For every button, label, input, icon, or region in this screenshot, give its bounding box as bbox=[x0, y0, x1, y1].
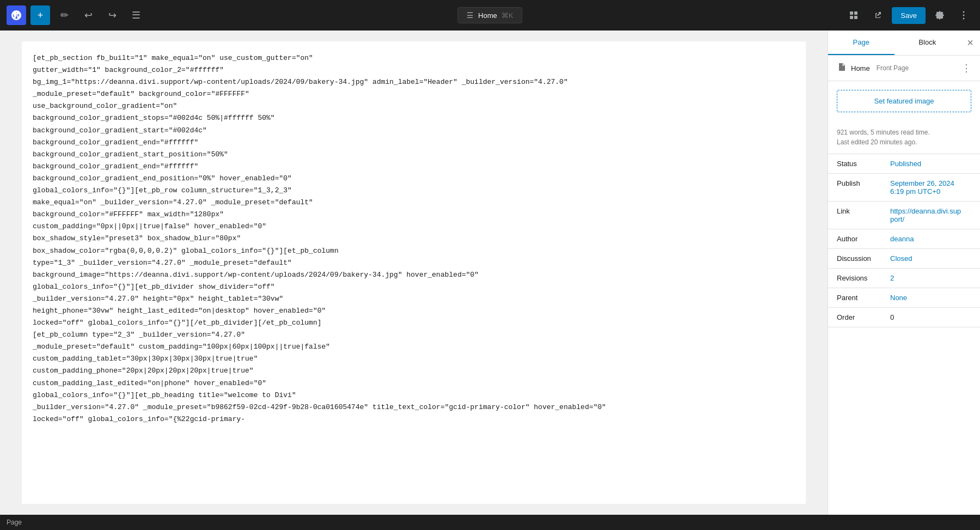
meta-label: Publish bbox=[837, 179, 886, 187]
meta-label: Author bbox=[837, 235, 886, 243]
meta-value: 0 bbox=[890, 313, 971, 321]
meta-label: Order bbox=[837, 313, 886, 321]
svg-point-6 bbox=[963, 15, 965, 16]
add-block-button[interactable]: + bbox=[30, 5, 50, 25]
tab-page[interactable]: Page bbox=[828, 31, 895, 55]
meta-row: PublishSeptember 26, 2024 6:19 pm UTC+0 bbox=[828, 174, 980, 202]
save-button[interactable]: Save bbox=[892, 7, 926, 24]
svg-rect-0 bbox=[850, 11, 853, 15]
meta-row: Linkhttps://deanna.divi.sup port/ bbox=[828, 202, 980, 229]
svg-point-7 bbox=[963, 18, 965, 20]
shortcut-hint: ⌘K bbox=[501, 11, 513, 20]
meta-value[interactable]: Closed bbox=[890, 254, 971, 263]
meta-value[interactable]: deanna bbox=[890, 235, 971, 243]
view-button[interactable] bbox=[844, 5, 863, 25]
sidebar: Page Block × Home Front Page ⋮ Set featu… bbox=[828, 31, 980, 515]
meta-label: Parent bbox=[837, 294, 886, 302]
svg-point-5 bbox=[963, 11, 965, 13]
toolbar-right: Save bbox=[844, 5, 973, 25]
more-options-button[interactable] bbox=[954, 5, 973, 25]
editor-area[interactable]: [et_pb_section fb_built="1" make_equal="… bbox=[0, 31, 828, 515]
svg-rect-2 bbox=[850, 16, 853, 19]
document-subtitle: Front Page bbox=[877, 64, 909, 72]
svg-rect-3 bbox=[854, 16, 857, 19]
meta-row: ParentNone bbox=[828, 288, 980, 308]
toolbar: + ✏ ↩ ↪ ☰ ☰ Home ⌘K Save bbox=[0, 0, 980, 31]
status-bar: Page bbox=[0, 515, 980, 530]
sidebar-tabs: Page Block × bbox=[828, 31, 980, 56]
document-title-button[interactable]: ☰ Home ⌘K bbox=[457, 7, 522, 23]
set-featured-image-button[interactable]: Set featured image bbox=[837, 90, 971, 112]
meta-label: Status bbox=[837, 160, 886, 168]
meta-value[interactable]: September 26, 2024 6:19 pm UTC+0 bbox=[890, 179, 971, 196]
meta-row: StatusPublished bbox=[828, 154, 980, 174]
code-editor[interactable]: [et_pb_section fb_built="1" make_equal="… bbox=[22, 41, 806, 504]
word-count: 921 words, 5 minutes read time. bbox=[837, 127, 971, 137]
meta-value[interactable]: https://deanna.divi.sup port/ bbox=[890, 207, 971, 223]
edit-button[interactable]: ✏ bbox=[54, 5, 74, 25]
status-bar-label: Page bbox=[7, 519, 22, 526]
sidebar-close-button[interactable]: × bbox=[960, 31, 980, 55]
meta-row: DiscussionClosed bbox=[828, 249, 980, 269]
meta-row: Authordeanna bbox=[828, 229, 980, 249]
settings-button[interactable] bbox=[930, 5, 950, 25]
meta-label: Revisions bbox=[837, 274, 886, 282]
document-icon bbox=[837, 62, 847, 74]
meta-label: Link bbox=[837, 207, 886, 215]
wp-logo[interactable] bbox=[7, 5, 26, 25]
svg-rect-1 bbox=[854, 11, 857, 15]
document-header: Home Front Page ⋮ bbox=[828, 56, 980, 81]
external-link-button[interactable] bbox=[868, 5, 887, 25]
meta-value[interactable]: 2 bbox=[890, 274, 971, 282]
meta-info: 921 words, 5 minutes read time. Last edi… bbox=[828, 121, 980, 154]
meta-value[interactable]: None bbox=[890, 294, 971, 302]
undo-button[interactable]: ↩ bbox=[78, 5, 98, 25]
document-title-area: ☰ Home ⌘K bbox=[457, 7, 522, 23]
document-menu-button[interactable]: ⋮ bbox=[961, 62, 971, 74]
meta-row: Order0 bbox=[828, 308, 980, 327]
meta-rows: StatusPublishedPublishSeptember 26, 2024… bbox=[828, 154, 980, 327]
meta-label: Discussion bbox=[837, 254, 886, 263]
meta-row: Revisions2 bbox=[828, 269, 980, 288]
last-edited: Last edited 20 minutes ago. bbox=[837, 137, 971, 147]
tab-block[interactable]: Block bbox=[895, 31, 961, 55]
redo-button[interactable]: ↪ bbox=[102, 5, 122, 25]
document-title: Home bbox=[851, 64, 870, 72]
document-title-text: Home bbox=[478, 11, 497, 20]
main-area: [et_pb_section fb_built="1" make_equal="… bbox=[0, 31, 980, 515]
list-view-button[interactable]: ☰ bbox=[126, 5, 146, 25]
meta-value[interactable]: Published bbox=[890, 160, 971, 168]
